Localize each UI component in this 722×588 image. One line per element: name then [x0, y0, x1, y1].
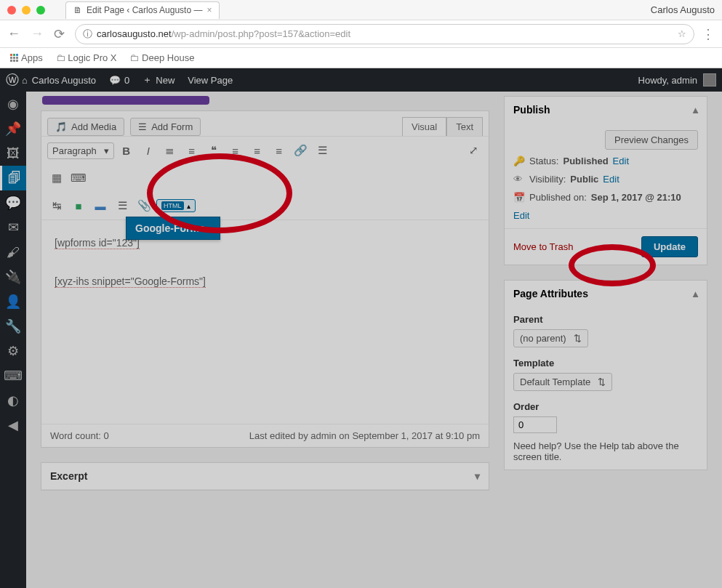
keyboard-button[interactable]: ⌨	[69, 169, 88, 188]
align-right-button[interactable]: ≡	[270, 141, 289, 160]
ol-button[interactable]: ≡	[182, 141, 201, 160]
excerpt-panel-toggle[interactable]: Excerpt ▾	[41, 463, 489, 490]
page-attributes-toggle[interactable]: Page Attributes ▴	[505, 281, 707, 307]
more-button[interactable]: ☰	[313, 141, 332, 160]
editor-content[interactable]: [wpforms id="123"] [xyz-ihs snippet="Goo…	[41, 220, 489, 424]
comments-count: 0	[124, 75, 129, 86]
media-icon: 🎵	[55, 121, 67, 132]
template-select[interactable]: Default Template⇅	[513, 373, 612, 391]
appearance-icon[interactable]: 🖌	[0, 240, 26, 265]
quote-button[interactable]: ❝	[204, 141, 223, 160]
tab-visual[interactable]: Visual	[402, 117, 446, 136]
add-media-label: Add Media	[71, 121, 116, 132]
edit-visibility-link[interactable]: Edit	[603, 174, 619, 185]
form-icon: ☰	[138, 121, 147, 132]
key-icon: 🔑	[513, 156, 525, 166]
order-input[interactable]	[513, 416, 557, 433]
ul-button[interactable]: ≣	[161, 141, 180, 160]
edit-status-link[interactable]: Edit	[613, 156, 629, 166]
media-icon[interactable]: 🖾	[0, 141, 26, 166]
dashboard-icon[interactable]: ◉	[0, 92, 26, 116]
edit-date-link[interactable]: Edit	[513, 210, 529, 221]
browser-tab[interactable]: 🗎 Edit Page ‹ Carlos Augusto — ×	[65, 1, 220, 19]
wp-logo-icon[interactable]: ⓦ	[6, 71, 19, 89]
color2-button[interactable]: ▬	[91, 196, 110, 215]
plugins-icon[interactable]: 🔌	[0, 265, 26, 289]
snippets-icon[interactable]: ⌨	[0, 363, 26, 388]
html-snippet-button[interactable]: HTML ▴	[156, 199, 196, 212]
settings-icon[interactable]: ⚙	[0, 339, 26, 363]
align-left-button[interactable]: ≡	[226, 141, 245, 160]
site-info-icon[interactable]: ⓘ	[83, 28, 92, 41]
italic-button[interactable]: I	[139, 141, 158, 160]
status-value: Published	[563, 156, 608, 166]
publish-panel-toggle[interactable]: Publish ▴	[505, 97, 707, 123]
collapse-icon[interactable]: ◀	[0, 413, 26, 438]
preview-changes-button[interactable]: Preview Changes	[605, 130, 698, 150]
users-icon[interactable]: 👤	[0, 289, 26, 314]
update-button[interactable]: Update	[641, 236, 698, 257]
address-bar[interactable]: ⓘ carlosaugusto.net /wp-admin/post.php?p…	[75, 24, 694, 44]
insert-button[interactable]: 📎	[135, 196, 153, 215]
parent-select[interactable]: (no parent)⇅	[513, 329, 588, 347]
add-form-button[interactable]: ☰Add Form	[130, 118, 201, 136]
fullscreen-button[interactable]: ⤢	[464, 141, 483, 160]
chevron-up-icon: ▴	[187, 202, 190, 210]
comments-icon[interactable]: 💬	[0, 190, 26, 215]
apps-shortcut[interactable]: Apps	[10, 52, 43, 63]
toolbar-toggle-button[interactable]: ▦	[47, 169, 66, 188]
tab-text[interactable]: Text	[446, 117, 483, 136]
bookmark-folder[interactable]: 🗀 Deep House	[129, 52, 194, 63]
select-arrows-icon: ⇅	[598, 376, 606, 387]
comments-link[interactable]: 💬 0	[109, 75, 129, 86]
avatar[interactable]	[703, 73, 716, 86]
template-value: Default Template	[520, 376, 590, 387]
wp-sidebar: ◉ 📌 🖾 🗐 💬 ✉ 🖌 🔌 👤 🔧 ⚙ ⌨ ◐ ◀	[0, 92, 26, 588]
select-arrows-icon: ⇅	[574, 333, 582, 344]
contact-icon[interactable]: ✉	[0, 215, 26, 240]
minimize-window-button[interactable]	[22, 6, 31, 15]
bold-button[interactable]: B	[117, 141, 136, 160]
template-label: Template	[513, 358, 698, 368]
browser-toolbar: ← → ⟳ ⓘ carlosaugusto.net /wp-admin/post…	[0, 20, 722, 48]
help-text: Need help? Use the Help tab above the sc…	[513, 440, 698, 462]
view-page-link[interactable]: View Page	[188, 75, 233, 86]
folder-icon: 🗀	[129, 52, 139, 63]
add-media-button[interactable]: 🎵Add Media	[47, 118, 124, 136]
pages-icon[interactable]: 🗐	[0, 166, 26, 190]
last-edited: Last edited by admin on September 1, 201…	[249, 430, 480, 441]
tab-title: Edit Page ‹ Carlos Augusto —	[87, 5, 202, 15]
macos-user: Carlos Augusto	[651, 4, 715, 15]
eye-icon: 👁	[513, 174, 525, 185]
browser-menu-button[interactable]: ⋮	[702, 26, 715, 42]
seo-icon[interactable]: ◐	[0, 388, 26, 413]
posts-icon[interactable]: 📌	[0, 116, 26, 141]
close-tab-icon[interactable]: ×	[206, 5, 212, 15]
site-link[interactable]: ⌂ Carlos Augusto	[22, 75, 96, 86]
forward-button[interactable]: →	[31, 26, 44, 41]
move-to-trash-link[interactable]: Move to Trash	[513, 241, 573, 252]
link-button[interactable]: 🔗	[292, 141, 310, 160]
reload-button[interactable]: ⟳	[54, 26, 65, 42]
bookmarks-bar: Apps 🗀 Logic Pro X 🗀 Deep House	[0, 48, 722, 68]
maximize-window-button[interactable]	[36, 6, 45, 15]
snippet-dropdown-item[interactable]: Google-Forms	[126, 217, 220, 240]
calendar-icon: 📅	[513, 192, 525, 203]
word-count: Word count: 0	[50, 430, 109, 441]
color1-button[interactable]: ■	[69, 196, 88, 215]
format-value: Paragraph	[52, 145, 97, 156]
bookmark-folder[interactable]: 🗀 Logic Pro X	[56, 52, 117, 63]
comment-icon: 💬	[109, 75, 121, 86]
bookmark-star-icon[interactable]: ☆	[678, 28, 686, 39]
new-link[interactable]: ＋ New	[143, 73, 175, 86]
align-center-button[interactable]: ≡	[248, 141, 267, 160]
tools-icon[interactable]: 🔧	[0, 314, 26, 339]
folder-icon: 🗀	[56, 52, 65, 63]
close-window-button[interactable]	[7, 6, 16, 15]
howdy-text[interactable]: Howdy, admin	[638, 75, 697, 86]
published-label: Published on:	[529, 192, 587, 203]
format-select[interactable]: Paragraph▾	[47, 142, 114, 159]
hr-button[interactable]: ☰	[113, 196, 132, 215]
outdent-button[interactable]: ↹	[47, 196, 66, 215]
back-button[interactable]: ←	[7, 26, 20, 41]
